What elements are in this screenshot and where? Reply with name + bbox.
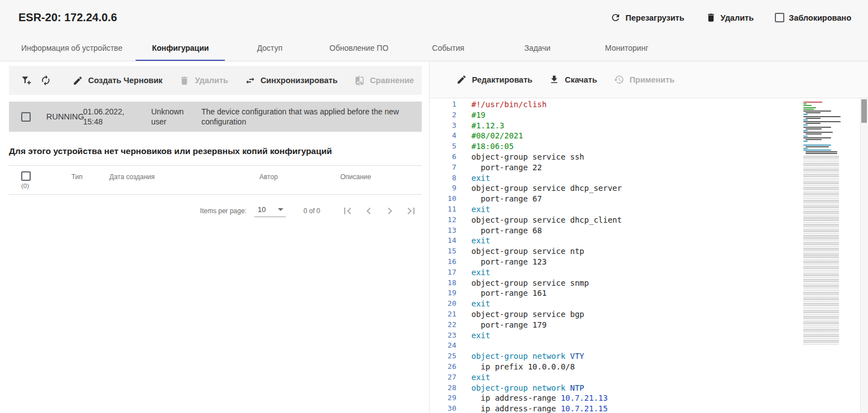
download-icon bbox=[549, 74, 560, 85]
page-range: 0 of 0 bbox=[303, 207, 320, 215]
minimap-line bbox=[806, 123, 821, 124]
code-line: 17exit bbox=[430, 267, 807, 278]
code-line: 15object-group service ntp bbox=[430, 246, 807, 257]
configurations-toolbar: Создать Черновик Удалить Синхронизироват… bbox=[9, 66, 422, 95]
minimap-line bbox=[806, 133, 822, 135]
code-editor[interactable]: 1#!/usr/bin/clish2#193#1.12.34#08/02/202… bbox=[430, 98, 868, 413]
previous-page-button[interactable] bbox=[358, 200, 379, 222]
minimap-line bbox=[803, 137, 831, 138]
code-line: 4#08/02/2021 bbox=[430, 131, 807, 141]
row-checkbox[interactable] bbox=[21, 112, 31, 122]
code-line: 2#19 bbox=[430, 110, 807, 121]
config-date: 01.06.2022, 15:48 bbox=[83, 107, 141, 127]
next-page-button[interactable] bbox=[379, 200, 401, 222]
code-line: 11exit bbox=[430, 204, 807, 215]
tab-access[interactable]: Доступ bbox=[225, 35, 314, 61]
apply-config-label: Применить bbox=[629, 75, 674, 84]
refresh-button[interactable] bbox=[36, 69, 56, 92]
create-draft-label: Создать Черновик bbox=[88, 76, 162, 85]
delete-config-button[interactable]: Удалить bbox=[179, 75, 228, 86]
trash-icon bbox=[706, 12, 716, 23]
minimap-line bbox=[803, 127, 831, 128]
reload-icon bbox=[610, 12, 621, 23]
code-line: 7 port-range 22 bbox=[430, 162, 807, 173]
code-line: 5#18:06:05 bbox=[430, 141, 807, 152]
items-per-page-select[interactable]: 10 bbox=[254, 205, 286, 217]
minimap-line bbox=[806, 151, 837, 152]
configurations-panel: Создать Черновик Удалить Синхронизироват… bbox=[0, 61, 430, 413]
reload-device-button[interactable]: Перезагрузить bbox=[610, 12, 684, 23]
minimap-line bbox=[803, 119, 808, 121]
create-draft-button[interactable]: Создать Черновик bbox=[73, 75, 162, 86]
running-config-row[interactable]: RUNNING 01.06.2022, 15:48 Unknown user T… bbox=[9, 102, 422, 132]
code-line: 24 bbox=[430, 340, 807, 351]
blocked-checkbox[interactable] bbox=[775, 13, 784, 22]
minimap[interactable] bbox=[803, 102, 846, 345]
tab-tasks[interactable]: Задачи bbox=[493, 35, 582, 61]
minimap-line bbox=[806, 153, 837, 154]
code-lines: 1#!/usr/bin/clish2#193#1.12.34#08/02/202… bbox=[430, 99, 807, 413]
select-all-checkbox[interactable] bbox=[21, 171, 31, 181]
blocked-toggle[interactable]: Заблокировано bbox=[775, 13, 851, 22]
code-line: 10 port-range 67 bbox=[430, 194, 807, 204]
minimap-line bbox=[803, 132, 833, 133]
synchronize-button[interactable]: Синхронизировать bbox=[245, 75, 337, 86]
delete-label: Удалить bbox=[721, 13, 754, 22]
config-author: Unknown user bbox=[151, 107, 199, 127]
code-line: 29 ip address-range 10.7.21.13 bbox=[430, 393, 807, 404]
code-line: 6object-group service ssh bbox=[430, 152, 807, 162]
trash-icon bbox=[179, 75, 190, 86]
code-line: 25object-group network VTY bbox=[430, 351, 807, 362]
column-header: Дата создания bbox=[109, 171, 259, 181]
edit-config-button[interactable]: Редактировать bbox=[456, 74, 532, 85]
minimap-line bbox=[803, 130, 808, 131]
delete-config-label: Удалить bbox=[195, 76, 228, 85]
tab-events[interactable]: События bbox=[403, 35, 493, 61]
code-line: 18object-group service snmp bbox=[430, 278, 807, 289]
reload-label: Перезагрузить bbox=[625, 13, 684, 22]
apply-config-button[interactable]: Применить bbox=[614, 74, 674, 85]
tab-device-info[interactable]: Информация об устройстве bbox=[8, 35, 136, 61]
code-line: 3#1.12.3 bbox=[430, 121, 807, 131]
delete-device-button[interactable]: Удалить bbox=[706, 12, 754, 23]
code-line: 19 port-range 161 bbox=[430, 288, 807, 299]
code-line: 26 ip prefix 10.0.0.0/8 bbox=[430, 362, 807, 372]
minimap-line bbox=[803, 105, 812, 106]
tab-firmware-update[interactable]: Обновление ПО bbox=[314, 35, 403, 61]
tab-configurations[interactable]: Конфигурации bbox=[136, 35, 225, 61]
code-line: 8exit bbox=[430, 173, 807, 184]
first-page-button[interactable] bbox=[337, 200, 358, 222]
code-line: 27exit bbox=[430, 372, 807, 383]
code-line: 14exit bbox=[430, 236, 807, 246]
first-page-icon bbox=[341, 204, 354, 218]
main-content: Создать Черновик Удалить Синхронизироват… bbox=[0, 61, 868, 413]
last-page-button[interactable] bbox=[401, 200, 422, 222]
minimap-line bbox=[803, 102, 822, 103]
minimap-line bbox=[806, 112, 821, 113]
minimap-line bbox=[803, 121, 841, 122]
download-config-label: Скачать bbox=[565, 75, 597, 84]
drafts-table-header: (0) ТипДата созданияАвторОписание bbox=[9, 165, 422, 195]
header-actions: Перезагрузить Удалить Заблокировано bbox=[610, 12, 851, 23]
scrollbar-thumb[interactable] bbox=[861, 99, 867, 123]
minimap-line bbox=[803, 145, 831, 146]
compare-button[interactable]: Сравнение bbox=[354, 75, 414, 86]
compare-label: Сравнение bbox=[370, 76, 414, 85]
config-editor-panel: Редактировать Скачать Применить 1#!/usr/… bbox=[430, 61, 868, 413]
page-title: ESR-20: 172.24.0.6 bbox=[18, 11, 117, 24]
code-line: 12object-group service dhcp_client bbox=[430, 215, 807, 225]
code-line: 28object-group network NTP bbox=[430, 383, 807, 393]
tab-monitoring[interactable]: Мониторинг bbox=[582, 35, 671, 61]
download-config-button[interactable]: Скачать bbox=[549, 74, 597, 85]
editor-scrollbar[interactable] bbox=[860, 98, 868, 413]
minimap-line bbox=[806, 139, 822, 140]
filter-button[interactable] bbox=[17, 69, 36, 92]
chevron-right-icon bbox=[383, 204, 397, 218]
swap-horizontal-icon bbox=[245, 75, 255, 86]
minimap-line bbox=[803, 103, 807, 104]
tab-bar: Информация об устройствеКонфигурацииДост… bbox=[0, 35, 868, 61]
code-line: 13 port-range 68 bbox=[430, 225, 807, 236]
minimap-line bbox=[806, 118, 821, 119]
code-line: 21object-group service bgp bbox=[430, 309, 807, 320]
code-line: 30 ip address-range 10.7.21.15 bbox=[430, 404, 807, 413]
